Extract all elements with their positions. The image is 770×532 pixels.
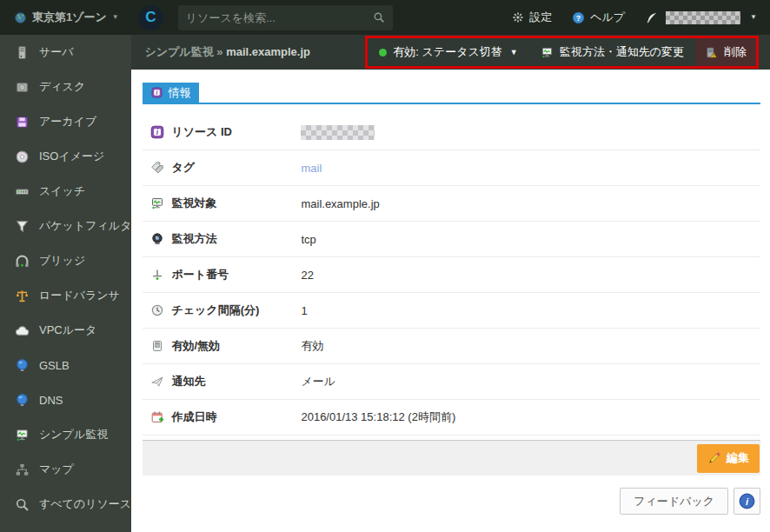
zone-label: 東京第1ゾーン <box>32 10 107 25</box>
table-row-method: 監視方法tcp <box>143 222 760 257</box>
monitor-icon <box>541 46 554 59</box>
delete-warning-icon <box>705 46 718 59</box>
sidebar-item-archive[interactable]: アーカイブ <box>0 104 131 139</box>
breadcrumb-section[interactable]: シンプル監視 <box>144 45 213 58</box>
topbar-right: 設定 ヘルプ ▼ <box>492 10 757 25</box>
sidebar-item-server[interactable]: サーバ <box>0 35 131 70</box>
monitor-icon <box>150 196 164 210</box>
settings-button[interactable]: 設定 <box>512 10 552 25</box>
delete-button[interactable]: 削除 <box>695 38 756 66</box>
cloud-icon <box>15 323 30 338</box>
user-name-redacted <box>666 11 740 24</box>
sidebar-item-label: すべてのリソース <box>39 496 131 512</box>
delete-label: 削除 <box>724 44 747 60</box>
sidebar-item-all-resources[interactable]: すべてのリソース <box>0 487 131 522</box>
change-method-label: 監視方法・通知先の変更 <box>560 44 684 60</box>
chevron-down-icon: ▼ <box>750 14 757 21</box>
sidebar-item-simple-monitor[interactable]: シンプル監視 <box>0 417 131 452</box>
info-circle-icon <box>739 493 755 509</box>
sidebar-item-vpc-router[interactable]: VPCルータ <box>0 313 131 348</box>
row-label: 通知先 <box>171 374 301 389</box>
change-method-button[interactable]: 監視方法・通知先の変更 <box>529 38 695 66</box>
row-label: タグ <box>171 160 301 176</box>
switch-icon <box>15 184 30 199</box>
help-button[interactable]: ヘルプ <box>572 10 625 25</box>
search-icon <box>373 11 385 23</box>
row-value: 2016/01/13 15:18:12 (2時間前) <box>301 409 455 425</box>
filter-icon <box>15 219 30 234</box>
row-label: ポート番号 <box>171 267 301 283</box>
row-value: mail.example.jp <box>301 197 379 210</box>
sidebar-item-gslb[interactable]: GSLB <box>0 348 131 382</box>
info-icon <box>150 125 164 139</box>
tag-icon <box>150 161 164 175</box>
row-value-tag-link[interactable]: mail <box>301 162 322 175</box>
sidebar-item-switch[interactable]: スイッチ <box>0 174 131 209</box>
sidebar-item-load-balancer[interactable]: ロードバランサ <box>0 278 131 313</box>
status-dot-icon <box>379 49 387 57</box>
calendar-icon <box>150 410 164 424</box>
row-value: 22 <box>301 269 313 282</box>
row-value: tcp <box>301 233 315 246</box>
tab-info[interactable]: 情報 <box>143 83 199 103</box>
search-input[interactable] <box>186 11 373 24</box>
zone-selector[interactable]: 東京第1ゾーン ▼ <box>14 10 119 25</box>
send-icon <box>150 375 164 389</box>
breadcrumb-resource: mail.example.jp <box>226 45 310 58</box>
detail-page: 情報 リソース IDタグmail監視対象mail.example.jp監視方法t… <box>131 70 770 532</box>
app-logo[interactable]: C <box>138 5 163 30</box>
clock-icon <box>150 303 164 317</box>
row-label: チェック間隔(分) <box>171 303 301 318</box>
sidebar-item-label: サーバ <box>39 44 74 60</box>
row-label: 監視方法 <box>171 231 301 247</box>
sidebar: サーバディスクアーカイブISOイメージスイッチパケットフィルタブリッジロードバラ… <box>0 35 131 532</box>
sidebar-item-label: マップ <box>39 462 74 477</box>
table-row-resource-id: リソース ID <box>143 115 760 150</box>
server-icon <box>15 45 30 60</box>
settings-label: 設定 <box>529 10 552 25</box>
feedback-button[interactable]: フィードバック <box>620 488 728 515</box>
loadbalancer-icon <box>15 289 30 303</box>
camera-icon <box>150 232 164 246</box>
sidebar-item-label: パケットフィルタ <box>39 218 131 234</box>
info-table: リソース IDタグmail監視対象mail.example.jp監視方法tcpポ… <box>143 115 760 436</box>
sidebar-item-label: ブリッジ <box>39 253 85 269</box>
help-label: ヘルプ <box>590 10 625 25</box>
row-label: リソース ID <box>171 124 301 140</box>
sidebar-item-disk[interactable]: ディスク <box>0 70 131 104</box>
row-label: 作成日時 <box>171 409 301 425</box>
edit-button[interactable]: 編集 <box>697 444 760 473</box>
table-row-port: ポート番号22 <box>143 257 760 293</box>
highlight-annotation: 有効: ステータス切替 ▼ 監視方法・通知先の変更 削除 <box>365 36 759 69</box>
table-row-notify: 通知先メール <box>143 364 760 400</box>
pencil-icon <box>707 451 721 465</box>
sidebar-item-label: ロードバランサ <box>39 288 120 303</box>
sidebar-item-packet-filter[interactable]: パケットフィルタ <box>0 209 131 243</box>
content: シンプル監視 » mail.example.jp 有効: ステータス切替 ▼ 監… <box>131 35 770 532</box>
row-label: 監視対象 <box>171 196 301 211</box>
status-toggle-button[interactable]: 有効: ステータス切替 ▼ <box>368 38 528 66</box>
sidebar-item-label: VPCルータ <box>39 323 96 338</box>
sidebar-item-dns[interactable]: DNS <box>0 382 131 417</box>
tab-label: 情報 <box>168 85 190 101</box>
user-menu[interactable]: ▼ <box>645 11 757 24</box>
sidebar-item-iso-image[interactable]: ISOイメージ <box>0 139 131 174</box>
row-value: 有効 <box>301 338 323 354</box>
toggle-icon <box>150 339 164 353</box>
app-logo-letter: C <box>145 9 156 26</box>
table-row-enabled: 有効/無効有効 <box>143 329 760 364</box>
tab-bar: 情報 <box>143 83 760 104</box>
globe-icon <box>15 393 30 408</box>
help-icon <box>572 11 585 24</box>
sidebar-item-bridge[interactable]: ブリッジ <box>0 243 131 278</box>
port-icon <box>150 268 164 282</box>
breadcrumb: シンプル監視 » mail.example.jp <box>144 44 310 60</box>
sidebar-item-map[interactable]: マップ <box>0 452 131 487</box>
search-box <box>178 5 393 30</box>
status-toggle-label: 有効: ステータス切替 <box>393 44 501 60</box>
sidebar-item-label: スイッチ <box>39 183 85 199</box>
row-value-redacted <box>301 125 375 140</box>
info-help-button[interactable] <box>733 488 760 515</box>
bridge-icon <box>15 254 30 269</box>
monitor-icon <box>15 428 30 442</box>
